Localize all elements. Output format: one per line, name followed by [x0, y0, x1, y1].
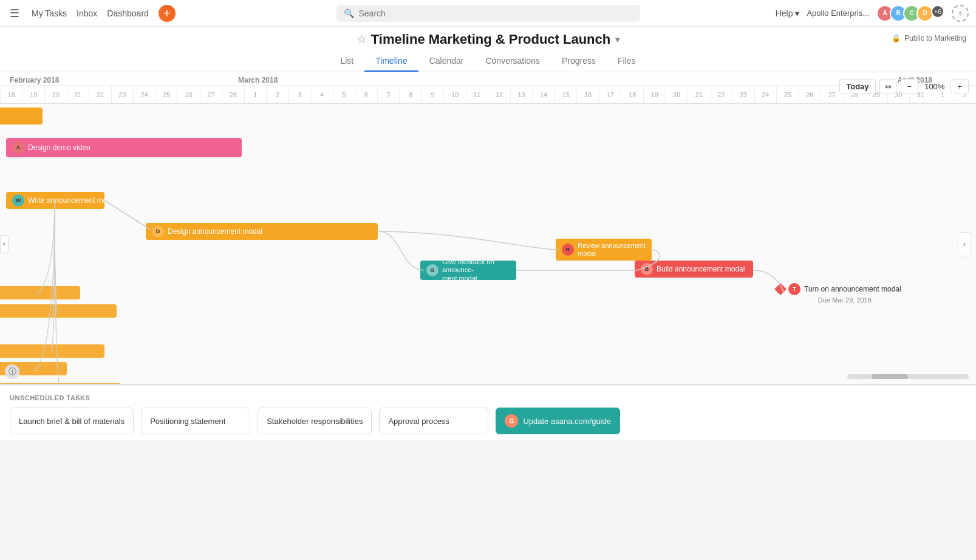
search-input[interactable] [359, 9, 633, 18]
svg-line-0 [104, 200, 151, 230]
tab-conversations[interactable]: Conversations [474, 51, 551, 72]
title-dropdown-icon[interactable]: ▾ [615, 35, 619, 44]
unscheduled-task-asana[interactable]: G Update asana.com/guide [496, 408, 620, 434]
task-label: Launch brief & bill of materials [19, 417, 125, 426]
date-cell: 8 [399, 86, 421, 104]
zoom-level: 100% [922, 82, 947, 91]
date-cell: 16 [576, 86, 599, 104]
task-bar-left-2[interactable] [0, 304, 117, 318]
date-cell: 23 [732, 86, 754, 104]
tab-calendar[interactable]: Calendar [418, 51, 475, 72]
top-navigation: ☰ My Tasks Inbox Dashboard + 🔍 Help ▾ Ap… [0, 0, 976, 27]
search-container: 🔍 [336, 5, 640, 22]
date-cell: 3 [288, 86, 311, 104]
inbox-link[interactable]: Inbox [77, 9, 97, 18]
tab-files[interactable]: Files [607, 51, 647, 72]
my-tasks-link[interactable]: My Tasks [32, 9, 67, 18]
bar-avatar: D [152, 225, 164, 237]
unscheduled-task-positioning[interactable]: Positioning statement [141, 408, 250, 434]
date-cell: 12 [488, 86, 510, 104]
add-button[interactable]: + [159, 5, 176, 22]
timeline-header: February 2018 March 2018 April 2018 1819… [0, 72, 976, 104]
date-cell: 22 [89, 86, 111, 104]
task-bar-1[interactable] [0, 108, 43, 125]
milestone-sublabel: Due Mar 29, 2018 [818, 296, 872, 304]
date-cell: 28 [222, 86, 244, 104]
tab-progress[interactable]: Progress [551, 51, 607, 72]
unscheduled-task-stakeholder[interactable]: Stakeholder responsibilities [258, 408, 372, 434]
dashboard-link[interactable]: Dashboard [107, 9, 149, 18]
date-ticks: 1819202122232425262728123456789101112131… [0, 86, 976, 104]
lock-icon: 🔒 [892, 34, 901, 43]
task-bar-design-modal[interactable]: D Design announcement modal [146, 223, 378, 240]
collapse-button[interactable]: ‹ [958, 232, 971, 256]
date-cell: 6 [355, 86, 377, 104]
task-bar-build[interactable]: B Build announcement modal [635, 261, 753, 278]
date-cell: 13 [510, 86, 533, 104]
task-bar-write-copy[interactable]: W Write announcement modal copy [6, 192, 104, 209]
task-bar-give-feedback[interactable]: G Give feedback on announce-ment modal [420, 261, 516, 280]
task-bar-design-demo[interactable]: A Design demo video [6, 138, 242, 157]
milestone-label: Turn on announcement modal [804, 285, 901, 293]
scroll-area [847, 374, 969, 379]
align-button[interactable]: ⇔ [879, 79, 897, 94]
bar-avatar: A [12, 142, 24, 154]
task-bar-left-3[interactable] [0, 344, 104, 358]
milestone-diamond [774, 283, 787, 295]
zoom-in-button[interactable]: + [950, 79, 969, 94]
date-cell: 26 [177, 86, 200, 104]
date-cell: 18 [0, 86, 22, 104]
bar-label: Review announcement modal [578, 242, 646, 258]
task-label: Positioning statement [150, 417, 225, 426]
today-button[interactable]: Today [839, 79, 875, 94]
unscheduled-tasks: Launch brief & bill of materials Positio… [10, 408, 966, 434]
task-avatar: G [505, 414, 518, 428]
date-cell: 7 [377, 86, 400, 104]
avatar-cluster: A B C D +6 [876, 5, 944, 22]
nav-left: ☰ My Tasks Inbox Dashboard + [7, 4, 176, 22]
star-icon[interactable]: ☆ [357, 33, 366, 46]
task-label: Approval process [388, 417, 449, 426]
nav-right: Help ▾ Apollo Enterpris... A B C D +6 + [776, 5, 969, 22]
bar-label: Build announcement modal [657, 265, 745, 273]
unscheduled-area: UNSCHEDULED TASKS Launch brief & bill of… [0, 384, 976, 440]
bar-avatar: G [426, 264, 439, 276]
project-title-row: ☆ Timeline Marketing & Product Launch ▾ [357, 32, 619, 47]
bar-avatar: B [641, 263, 653, 275]
menu-button[interactable]: ☰ [7, 4, 22, 22]
date-cell: 4 [310, 86, 333, 104]
task-bar-left-1[interactable] [0, 286, 80, 299]
search-icon: 🔍 [344, 9, 354, 18]
date-cell: 20 [44, 86, 67, 104]
date-cell: 27 [200, 86, 222, 104]
project-title: Timeline Marketing & Product Launch [371, 32, 610, 47]
bar-avatar: W [12, 194, 24, 207]
date-cell: 23 [111, 86, 134, 104]
date-cell: 15 [555, 86, 577, 104]
tab-list[interactable]: List [329, 51, 364, 72]
info-badge[interactable]: ⓘ [5, 364, 19, 379]
date-cell: 25 [776, 86, 799, 104]
add-member-button[interactable]: + [952, 5, 969, 22]
unscheduled-task-approval[interactable]: Approval process [379, 408, 488, 434]
tab-timeline[interactable]: Timeline [364, 51, 418, 72]
date-cell: 2 [266, 86, 288, 104]
date-cell: 19 [643, 86, 666, 104]
month-feb: February 2018 [2, 76, 66, 84]
date-cell: 18 [621, 86, 643, 104]
bar-avatar: R [562, 244, 574, 256]
date-cell: 10 [443, 86, 466, 104]
task-bar-left-5[interactable] [0, 383, 121, 384]
date-cell: 24 [133, 86, 155, 104]
title-area: ☆ Timeline Marketing & Product Launch ▾ … [0, 27, 976, 72]
bar-label: Design announcement modal [168, 227, 262, 236]
date-cell: 22 [710, 86, 732, 104]
zoom-out-button[interactable]: − [901, 79, 919, 94]
sidebar-toggle[interactable]: ‹ [0, 235, 9, 253]
bar-avatar: T [788, 283, 800, 295]
milestone-turn-on[interactable]: T Turn on announcement modal Due Mar 29,… [776, 283, 901, 304]
task-bar-review[interactable]: R Review announcement modal [556, 239, 652, 261]
timeline-area[interactable]: A Design demo video W Write announcement… [0, 104, 976, 384]
help-button[interactable]: Help ▾ [776, 9, 800, 18]
unscheduled-task-launch[interactable]: Launch brief & bill of materials [10, 408, 134, 434]
